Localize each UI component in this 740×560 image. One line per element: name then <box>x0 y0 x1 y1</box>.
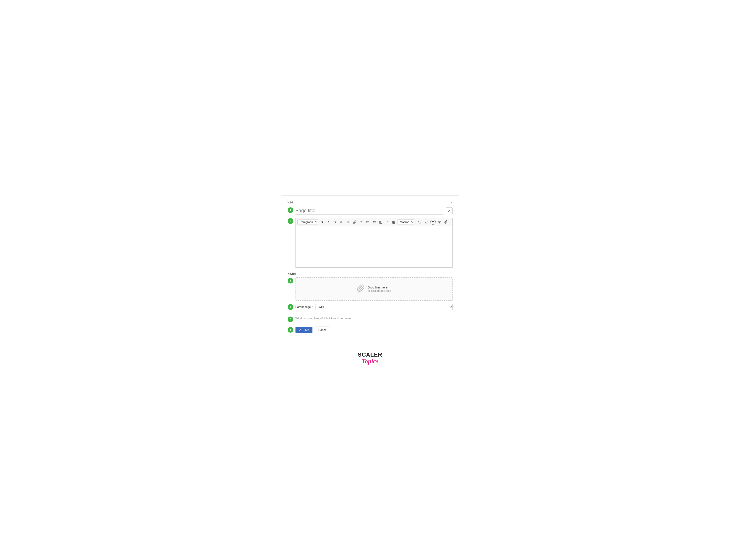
svg-rect-7 <box>367 221 369 221</box>
parent-page-label: Parent page * <box>295 305 313 308</box>
branding-scaler: SCALER <box>358 352 382 358</box>
file-drop-zone[interactable]: Drop files here or click to add files <box>295 277 453 301</box>
preview-button[interactable] <box>437 219 442 225</box>
wiki-dots: · <box>451 200 452 205</box>
section-2-row: 2 Paragraph B I S <> </> <box>288 218 453 268</box>
ordered-list-icon: 1. 2. 3. <box>366 220 369 224</box>
svg-point-17 <box>380 221 381 222</box>
svg-rect-3 <box>361 222 363 222</box>
svg-point-23 <box>439 222 440 222</box>
step-2-badge: 2 <box>288 218 293 224</box>
toolbar-divider-1 <box>415 220 416 224</box>
svg-rect-9 <box>367 222 369 222</box>
branding-section: SCALER Topics <box>358 352 382 365</box>
editor-content[interactable] <box>295 226 453 268</box>
attach-toolbar-icon <box>444 220 448 224</box>
wiki-editor-panel: Wiki · 1 ⤢ 2 Paragraph B I S <box>281 196 459 343</box>
table-icon <box>392 220 395 224</box>
inline-code-icon: <> <box>340 220 343 224</box>
comment-row: What did you change? Click to add commen… <box>295 316 453 320</box>
files-label: FILES <box>288 272 453 275</box>
section-1-row: 1 ⤢ <box>288 207 453 215</box>
macros-select[interactable]: Macros <box>397 219 414 225</box>
expand-icon: ⤢ <box>448 209 450 212</box>
drop-sub-text: or click to add files <box>368 289 391 292</box>
task-list-icon <box>372 220 376 224</box>
bold-button[interactable]: B <box>319 219 325 225</box>
inline-code-button[interactable]: <> <box>339 219 344 225</box>
redo-icon <box>425 220 428 224</box>
svg-rect-13 <box>373 222 374 223</box>
expand-btn-wrapper: ⤢ <box>446 207 453 214</box>
drop-zone-wrapper: Drop files here or click to add files <box>295 277 453 301</box>
save-button[interactable]: ✓ Save <box>295 327 313 333</box>
paragraph-select[interactable]: Paragraph <box>297 219 318 225</box>
help-button[interactable]: ? <box>430 220 436 224</box>
link-icon <box>353 220 356 224</box>
task-list-button[interactable] <box>371 219 377 225</box>
files-section: FILES 3 Drop files here or click to add … <box>288 272 453 301</box>
code-block-button[interactable]: </> <box>345 219 351 225</box>
editor-wrapper: Paragraph B I S <> </> <box>295 218 453 268</box>
save-label: Save <box>303 328 309 332</box>
svg-point-0 <box>360 221 360 221</box>
svg-rect-5 <box>361 222 363 223</box>
step-1-badge: 1 <box>288 207 293 213</box>
undo-icon <box>418 220 422 224</box>
step-3-badge: 3 <box>288 278 293 283</box>
strikethrough-button[interactable]: S <box>332 219 338 225</box>
quote-icon: " <box>386 220 388 224</box>
expand-button[interactable]: ⤢ <box>446 207 453 214</box>
parent-page-select[interactable]: Wiki <box>315 304 452 310</box>
svg-text:3.: 3. <box>366 222 367 223</box>
redo-button[interactable] <box>424 219 429 225</box>
paperclip-icon <box>357 284 365 294</box>
section-5-row: 5 What did you change? Click to add comm… <box>288 316 453 323</box>
undo-button[interactable] <box>417 219 423 225</box>
bullet-list-icon <box>359 220 363 224</box>
ordered-list-button[interactable]: 1. 2. 3. <box>365 219 371 225</box>
step-4-badge: 4 <box>288 304 293 310</box>
step-6-badge: 6 <box>288 327 293 333</box>
wiki-label: Wiki <box>288 201 293 204</box>
code-block-icon: </> <box>346 220 350 224</box>
save-checkmark-icon: ✓ <box>299 328 301 332</box>
svg-rect-1 <box>361 221 363 221</box>
section-6-row: 6 ✓ Save Cancel <box>288 326 453 333</box>
link-button[interactable] <box>352 219 358 225</box>
page-title-input[interactable] <box>295 207 444 215</box>
table-button[interactable] <box>391 219 397 225</box>
cancel-button[interactable]: Cancel <box>314 326 331 333</box>
branding-topics: Topics <box>358 358 382 365</box>
drop-zone-text: Drop files here or click to add files <box>368 286 391 292</box>
wiki-header: Wiki · <box>288 200 453 205</box>
preview-icon <box>438 220 441 224</box>
svg-point-4 <box>360 222 360 223</box>
bullet-list-button[interactable] <box>358 219 364 225</box>
drop-main-text: Drop files here <box>368 286 391 289</box>
section-3-row: 3 Drop files here or click to add files <box>288 277 453 301</box>
svg-point-2 <box>360 222 360 222</box>
attach-toolbar-button[interactable] <box>443 219 449 225</box>
section-4-row: 4 Parent page * Wiki <box>288 304 453 313</box>
help-icon: ? <box>432 220 434 224</box>
editor-toolbar: Paragraph B I S <> </> <box>295 218 453 226</box>
parent-page-row: Parent page * Wiki <box>295 304 453 310</box>
image-button[interactable] <box>378 219 384 225</box>
title-expand-wrapper: ⤢ <box>295 207 453 215</box>
step-5-badge: 5 <box>288 316 293 322</box>
action-buttons: ✓ Save Cancel <box>295 326 453 333</box>
image-icon <box>379 220 382 224</box>
svg-rect-18 <box>392 221 395 223</box>
svg-rect-11 <box>367 222 369 223</box>
italic-button[interactable]: I <box>326 219 331 225</box>
quote-button[interactable]: " <box>384 219 390 225</box>
comment-placeholder[interactable]: What did you change? Click to add commen… <box>295 316 352 320</box>
